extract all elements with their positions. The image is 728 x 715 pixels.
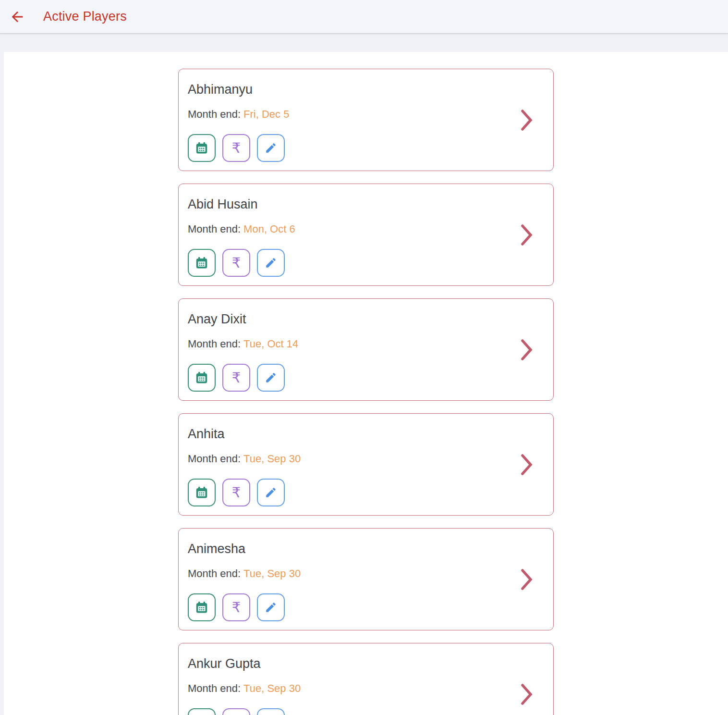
edit-pencil-icon: [265, 142, 277, 154]
calendar-button[interactable]: [188, 479, 216, 506]
month-end-label: Month end:: [188, 453, 241, 465]
month-end-date: Tue, Sep 30: [243, 453, 301, 465]
payment-button[interactable]: ₹: [222, 249, 250, 277]
chevron-right-icon: [521, 224, 533, 246]
edit-button[interactable]: [257, 364, 285, 392]
month-end-row: Month end:Tue, Sep 30: [188, 567, 544, 581]
chevron-right-icon: [521, 339, 533, 361]
edit-pencil-icon: [265, 601, 277, 614]
rupee-icon: ₹: [232, 141, 241, 155]
app-bar: Active Players: [0, 0, 728, 34]
month-end-date: Tue, Oct 14: [243, 338, 298, 350]
payment-button[interactable]: ₹: [222, 364, 250, 392]
payment-button[interactable]: ₹: [222, 134, 250, 162]
month-end-date: Tue, Sep 30: [243, 682, 301, 694]
edit-pencil-icon: [265, 371, 277, 384]
rupee-icon: ₹: [232, 371, 241, 385]
content-panel: Abhimanyu Month end:Fri, Dec 5: [4, 52, 728, 715]
chevron-right-icon: [521, 109, 533, 131]
month-end-row: Month end:Mon, Oct 6: [188, 222, 544, 236]
month-end-row: Month end:Tue, Sep 30: [188, 681, 544, 696]
payment-button[interactable]: ₹: [222, 708, 250, 715]
calendar-icon: [194, 370, 209, 385]
month-end-date: Mon, Oct 6: [243, 223, 295, 235]
card-actions: ₹: [188, 708, 544, 715]
edit-button[interactable]: [257, 593, 285, 621]
card-actions: ₹: [188, 364, 544, 392]
month-end-label: Month end:: [188, 567, 241, 579]
player-name: Anhita: [188, 426, 544, 442]
payment-button[interactable]: ₹: [222, 593, 250, 621]
month-end-label: Month end:: [188, 223, 241, 235]
rupee-icon: ₹: [232, 601, 241, 615]
rupee-icon: ₹: [232, 486, 241, 500]
month-end-date: Tue, Sep 30: [243, 567, 301, 579]
edit-button[interactable]: [257, 249, 285, 277]
calendar-button[interactable]: [188, 593, 216, 621]
month-end-row: Month end:Tue, Sep 30: [188, 452, 544, 466]
calendar-icon: [194, 256, 209, 270]
player-name: Anay Dixit: [188, 311, 544, 327]
calendar-button[interactable]: [188, 708, 216, 715]
calendar-icon: [194, 600, 209, 615]
player-name: Abid Husain: [188, 196, 544, 212]
month-end-row: Month end:Tue, Oct 14: [188, 337, 544, 351]
edit-pencil-icon: [265, 486, 277, 499]
month-end-label: Month end:: [188, 338, 241, 350]
month-end-label: Month end:: [188, 682, 241, 694]
arrow-left-icon: [9, 9, 25, 25]
month-end-date: Fri, Dec 5: [243, 108, 289, 120]
player-card[interactable]: Abid Husain Month end:Mon, Oct 6: [178, 184, 554, 286]
page-title: Active Players: [43, 9, 127, 24]
calendar-icon: [194, 141, 209, 155]
card-actions: ₹: [188, 479, 544, 506]
player-name: Abhimanyu: [188, 81, 544, 98]
edit-button[interactable]: [257, 479, 285, 506]
player-list: Abhimanyu Month end:Fri, Dec 5: [178, 69, 554, 715]
rupee-icon: ₹: [232, 256, 241, 270]
chevron-right-icon: [521, 568, 533, 591]
edit-pencil-icon: [265, 257, 277, 269]
chevron-right-icon: [521, 683, 533, 705]
edit-button[interactable]: [257, 708, 285, 715]
chevron-right-icon: [521, 454, 533, 476]
calendar-button[interactable]: [188, 364, 216, 392]
card-actions: ₹: [188, 249, 544, 277]
player-name: Ankur Gupta: [188, 655, 544, 672]
calendar-button[interactable]: [188, 134, 216, 162]
player-card[interactable]: Animesha Month end:Tue, Sep 30: [178, 528, 554, 630]
player-name: Animesha: [188, 541, 544, 557]
edit-button[interactable]: [257, 134, 285, 162]
player-card[interactable]: Abhimanyu Month end:Fri, Dec 5: [178, 69, 554, 171]
payment-button[interactable]: ₹: [222, 479, 250, 506]
card-actions: ₹: [188, 593, 544, 621]
calendar-icon: [194, 485, 209, 500]
calendar-button[interactable]: [188, 249, 216, 277]
back-button[interactable]: [6, 5, 29, 28]
player-card[interactable]: Ankur Gupta Month end:Tue, Sep 30: [178, 643, 554, 715]
month-end-row: Month end:Fri, Dec 5: [188, 107, 544, 122]
month-end-label: Month end:: [188, 108, 241, 120]
card-actions: ₹: [188, 134, 544, 162]
player-card[interactable]: Anay Dixit Month end:Tue, Oct 14: [178, 298, 554, 401]
player-card[interactable]: Anhita Month end:Tue, Sep 30: [178, 413, 554, 516]
